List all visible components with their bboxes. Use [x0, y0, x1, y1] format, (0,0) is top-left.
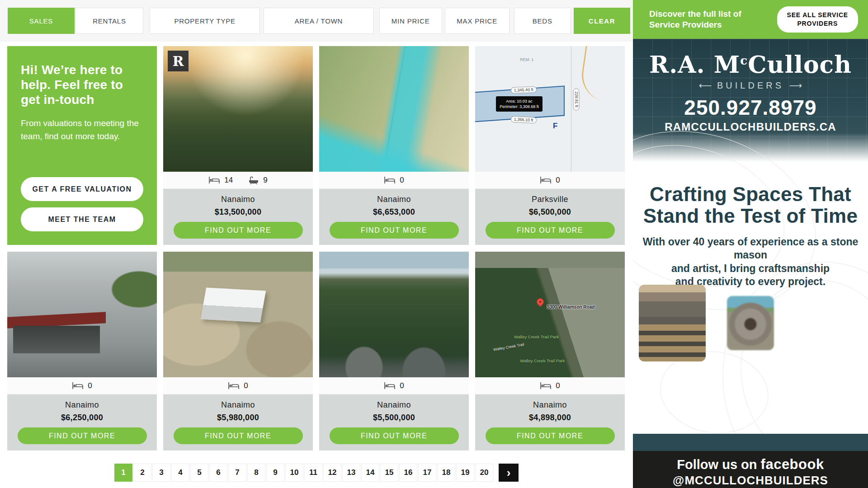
mcculloch-builders-ad[interactable]: R.A. McCulloch ⟵ BUILDERS ⟶ 250.927.8979… [633, 39, 868, 488]
bed-count: 0 [244, 381, 248, 390]
map-pin-icon [535, 297, 545, 307]
find-out-more-button[interactable]: FIND OUT MORE [18, 427, 147, 444]
dimension-label: 1,366.10 ft [511, 116, 537, 123]
ad-builders-label: ⟵ BUILDERS ⟶ [633, 80, 868, 91]
property-photo-aerial-sunset-estate[interactable]: R [163, 46, 313, 172]
page-button[interactable]: 2 [133, 464, 151, 482]
property-price: $13,500,000 [163, 207, 313, 217]
filter-max-price[interactable]: MAX PRICE [445, 8, 509, 34]
bed-icon [72, 382, 84, 389]
property-photo-commercial-building[interactable] [7, 252, 157, 377]
page-button[interactable]: 8 [247, 464, 265, 482]
page-button[interactable]: 20 [475, 464, 493, 482]
ad-divider-strip [633, 434, 868, 451]
filter-min-price[interactable]: MIN PRICE [379, 8, 442, 34]
filter-sales[interactable]: SALES [8, 8, 75, 34]
page-button[interactable]: 9 [266, 464, 284, 482]
bed-icon [208, 176, 220, 184]
find-out-more-button[interactable]: FIND OUT MORE [486, 427, 615, 444]
area-tooltip: Area: 10.03 ac Perimeter: 3,308.68 ft [496, 96, 542, 112]
service-providers-sidebar: Discover the full list of Service Provid… [633, 0, 868, 488]
find-out-more-button[interactable]: FIND OUT MORE [330, 222, 459, 239]
page-button[interactable]: 13 [342, 464, 360, 482]
property-photo-aerial-forest-ocean[interactable] [319, 252, 469, 377]
property-city: Nanaimo [319, 400, 469, 410]
property-card: 0 Nanaimo $5,980,000 FIND OUT MORE [163, 252, 313, 450]
filter-bar: SALES RENTALS PROPERTY TYPE AREA / TOWN … [0, 0, 633, 42]
page-button[interactable]: 6 [209, 464, 227, 482]
bed-icon [384, 382, 396, 389]
property-card: R 14 9 Nanaimo $13,500,000 FIND OUT MORE [163, 46, 313, 245]
property-card: 5300 Williamson Road Walley Creek Trail … [475, 252, 625, 450]
property-city: Nanaimo [475, 400, 625, 410]
page-button[interactable]: 14 [361, 464, 379, 482]
page-button[interactable]: 12 [323, 464, 341, 482]
page-button[interactable]: 15 [380, 464, 398, 482]
property-info: Nanaimo $4,898,000 FIND OUT MORE [475, 394, 625, 450]
page-button[interactable]: 1 [114, 464, 132, 482]
park-label: Walley Creek Trail Park [514, 334, 559, 339]
filter-area-town[interactable]: AREA / TOWN [264, 8, 373, 34]
property-info: Parksville $6,500,000 FIND OUT MORE [475, 189, 625, 245]
bath-count: 9 [263, 176, 267, 185]
property-stats: 0 [163, 377, 313, 394]
property-photo-aerial-map-cyan-overlay[interactable] [319, 46, 469, 172]
bed-count: 14 [224, 176, 233, 185]
property-city: Nanaimo [319, 195, 469, 204]
meet-the-team-button[interactable]: MEET THE TEAM [21, 207, 143, 231]
property-price: $6,500,000 [475, 207, 625, 217]
page-button[interactable]: 4 [171, 464, 189, 482]
property-photo-aerial-industrial-lot[interactable] [163, 252, 313, 377]
real-estate-listings-page: SALES RENTALS PROPERTY TYPE AREA / TOWN … [0, 0, 868, 488]
property-photo-satellite-map[interactable]: 5300 Williamson Road Walley Creek Trail … [475, 252, 625, 377]
pagination: 1 2 3 4 5 6 7 8 9 10 11 12 13 14 15 16 1… [0, 464, 633, 482]
page-button[interactable]: 16 [399, 464, 417, 482]
filter-property-type[interactable]: PROPERTY TYPE [150, 8, 260, 34]
page-button[interactable]: 10 [285, 464, 303, 482]
page-button[interactable]: 18 [437, 464, 455, 482]
property-price: $5,500,000 [319, 413, 469, 422]
filter-beds[interactable]: BEDS [514, 8, 571, 34]
bed-count: 0 [556, 381, 560, 390]
property-stats: 0 [475, 377, 625, 394]
property-info: Nanaimo $13,500,000 FIND OUT MORE [163, 189, 313, 245]
find-out-more-button[interactable]: FIND OUT MORE [486, 222, 615, 239]
warehouse-building [201, 288, 266, 322]
bed-count: 0 [556, 176, 560, 185]
bed-count: 0 [400, 381, 404, 390]
realtor-watermark: R [168, 51, 189, 71]
ad-brand-name: R.A. McCulloch [633, 51, 868, 78]
filter-clear-button[interactable]: CLEAR [574, 8, 630, 34]
property-card: REM. 1 1,345.40 ft Area: 10.03 ac Perime… [475, 46, 625, 245]
building-storefront [13, 326, 100, 353]
property-city: Nanaimo [163, 195, 313, 204]
property-city: Nanaimo [163, 400, 313, 410]
property-photo-survey-plat-map[interactable]: REM. 1 1,345.40 ft Area: 10.03 ac Perime… [475, 46, 625, 172]
page-button[interactable]: 11 [304, 464, 322, 482]
property-card: 0 Nanaimo $6,250,000 FIND OUT MORE [7, 252, 157, 450]
deck-project-photo [639, 285, 706, 361]
listings-grid: Hi! We’re here to help. Feel free to get… [0, 46, 633, 450]
page-button[interactable]: 5 [190, 464, 208, 482]
ad-phone-number: 250.927.8979 [633, 95, 868, 120]
park-label: Walley Creek Trail Park [520, 358, 565, 363]
property-price: $6,653,000 [319, 207, 469, 217]
page-button[interactable]: 19 [456, 464, 474, 482]
service-providers-text: Discover the full list of Service Provid… [649, 9, 741, 30]
get-free-valuation-button[interactable]: GET A FREE VALUATION [21, 177, 143, 201]
find-out-more-button[interactable]: FIND OUT MORE [330, 427, 459, 444]
page-button[interactable]: 17 [418, 464, 436, 482]
dimension-label: 220.81 ft [573, 89, 579, 111]
property-stats: 0 [475, 172, 625, 189]
find-out-more-button[interactable]: FIND OUT MORE [174, 427, 303, 444]
see-all-service-providers-button[interactable]: SEE ALL SERVICE PROVIDERS [777, 6, 858, 33]
filter-rentals[interactable]: RENTALS [75, 8, 143, 34]
facebook-logo-text: facebook [761, 456, 824, 472]
property-card: 0 Nanaimo $5,500,000 FIND OUT MORE [319, 252, 469, 450]
listings-region: SALES RENTALS PROPERTY TYPE AREA / TOWN … [0, 0, 633, 488]
page-button[interactable]: 7 [228, 464, 246, 482]
property-stats: 0 [319, 172, 469, 189]
page-button[interactable]: 3 [152, 464, 170, 482]
find-out-more-button[interactable]: FIND OUT MORE [174, 222, 303, 239]
next-page-button[interactable]: › [499, 464, 519, 482]
